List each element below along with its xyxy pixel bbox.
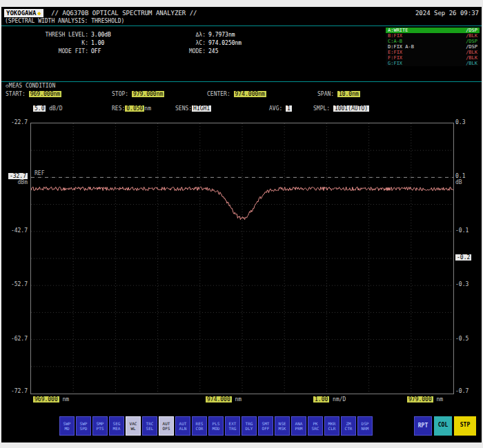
y-axis-right-label: -0.3 xyxy=(455,281,482,287)
toolbar-button-line1: ZM xyxy=(342,421,355,426)
toolbar-button-zm-ctr[interactable]: ZMCTR xyxy=(341,416,356,436)
toolbar-button-swp-md[interactable]: SWPMD xyxy=(59,416,75,436)
x-center-value[interactable]: 974.000 xyxy=(206,396,232,403)
y-right-marker[interactable]: -0.2 xyxy=(455,254,482,261)
toolbar-button-line2: PRM xyxy=(292,426,306,431)
x-start-field: 969.000 nm xyxy=(33,396,69,403)
meas-condition-row: START: 969.000nm STOP: 979.000nm CENTER:… xyxy=(1,90,482,99)
y-axis-left-label: -72.7 xyxy=(1,388,28,394)
trace-name: B:FIX xyxy=(388,33,402,39)
toolbar-button-ana-prm[interactable]: ANAPRM xyxy=(291,416,306,436)
toolbar-button-seg-mea[interactable]: SEGMEA xyxy=(109,416,124,436)
toolbar-button-line1: PK xyxy=(308,421,322,426)
toolbar-button-dsp-nrm[interactable]: DSPNRM xyxy=(357,416,373,436)
thresh-level-label: THRESH LEVEL: xyxy=(22,32,91,39)
y-axis-left-label: -62.7 xyxy=(1,336,28,342)
trace-row-b[interactable]: B:FIX/BLK xyxy=(386,33,480,39)
spectrum-plot[interactable]: REF xyxy=(30,123,454,394)
x-start-value[interactable]: 969.000 xyxy=(33,396,59,403)
toolbar-button-line1: MKR xyxy=(325,421,339,426)
divider-meas xyxy=(1,81,482,82)
res-value[interactable]: 0.050 xyxy=(125,105,144,112)
center-value[interactable]: 974.000nm xyxy=(234,91,266,97)
toolbar-button-line2: MSK xyxy=(275,426,289,431)
stop-field: STOP: 979.000nm xyxy=(112,90,164,98)
thresh-level-value[interactable]: 3.00dB xyxy=(91,32,172,39)
toolbar-button-aut-ofs[interactable]: AUTOFS xyxy=(159,416,174,436)
trace-row-g[interactable]: G:FIX/BLK xyxy=(386,61,480,66)
toolbar-button-line2: OFF xyxy=(259,426,273,431)
mode-value: 245 xyxy=(208,48,312,55)
trace-status: /DSP xyxy=(466,28,477,33)
toolbar-button-line1: SWP xyxy=(60,421,74,426)
toolbar-button-pls-mod[interactable]: PLSMOD xyxy=(208,416,224,436)
trace-name: F:FIX xyxy=(388,55,402,61)
trace-status: /BLK xyxy=(466,50,477,55)
y-axis-left-label: -52.7 xyxy=(1,281,28,287)
start-value[interactable]: 969.000nm xyxy=(29,91,61,97)
x-center-unit: nm xyxy=(235,396,242,403)
toolbar-button-line1: ANA xyxy=(292,421,306,426)
avg-field: AVG: 1 xyxy=(269,105,292,112)
col-button[interactable]: COL xyxy=(434,416,452,436)
trace-name: E:FIX xyxy=(388,50,402,55)
x-scale-unit: nm/D xyxy=(333,396,346,403)
x-center-field: 974.000 nm xyxy=(206,396,241,403)
toolbar-button-vac-wl[interactable]: VACWL xyxy=(126,416,141,436)
toolbar-button-smt-off[interactable]: SMTOFF xyxy=(258,416,273,436)
toolbar-button-nse-msk[interactable]: NSEMSK xyxy=(275,416,290,436)
toolbar-button-ext-trg[interactable]: EXTTRG xyxy=(225,416,240,436)
toolbar-button-trc-sel[interactable]: TRCSEL xyxy=(142,416,157,436)
start-label: START: xyxy=(6,91,26,97)
start-field: START: 969.000nm xyxy=(6,90,61,98)
stop-value[interactable]: 979.000nm xyxy=(132,91,164,97)
toolbar-button-aut-aln[interactable]: AUTALN xyxy=(175,416,190,436)
toolbar-button-mkr-clr[interactable]: MKRCLR xyxy=(324,416,339,436)
y-right-marker-value: -0.2 xyxy=(455,254,471,261)
mode-fit-value[interactable]: OFF xyxy=(91,48,172,55)
trace-row-a[interactable]: A:WRITE/DSP xyxy=(386,28,480,33)
y-axis-right-label: -0.1 xyxy=(455,227,482,234)
toolbar-button-line2: SRC xyxy=(308,426,322,431)
repeat-sweep-button[interactable]: RPT xyxy=(414,416,432,436)
header-bar: YOKOGAWA◆ // AQ6370B OPTICAL SPECTRUM AN… xyxy=(4,9,479,17)
toolbar-button-smp-pts[interactable]: SMPPTS xyxy=(92,416,108,436)
toolbar-button-line2: ALN xyxy=(176,426,190,431)
toolbar-button-pk-src[interactable]: PKSRC xyxy=(308,416,323,436)
span-value[interactable]: 10.0nm xyxy=(337,91,360,97)
osa-screen: YOKOGAWA◆ // AQ6370B OPTICAL SPECTRUM AN… xyxy=(1,7,482,442)
level-scale-field: 5.0 dB/D xyxy=(33,105,63,112)
k-value[interactable]: 1.00 xyxy=(91,40,172,47)
level-scale-value[interactable]: 5.0 xyxy=(33,105,46,112)
y-right-value: 0.1 xyxy=(455,173,465,179)
sens-value[interactable]: HIGH1 xyxy=(192,105,211,112)
y-axis-left-label: -42.7 xyxy=(1,227,28,234)
stop-label: STOP: xyxy=(112,91,128,97)
smpl-value[interactable]: 1001(AUTO) xyxy=(333,105,369,112)
toolbar-button-line1: SEG xyxy=(110,421,124,426)
toolbar-button-res-cor[interactable]: RESCOR xyxy=(192,416,207,436)
span-field: SPAN: 10.0nm xyxy=(317,90,360,98)
stop-sweep-button[interactable]: STP xyxy=(454,416,476,436)
trace-name: A:WRITE xyxy=(388,28,408,33)
x-stop-value[interactable]: 979.000 xyxy=(407,396,433,403)
x-axis-labels: 969.000 nm 974.000 nm 1.00 nm/D 979.000 … xyxy=(1,396,482,404)
toolbar-button-swp-spd[interactable]: SWPSPD xyxy=(76,416,91,436)
trace-panel: A:WRITE/DSP B:FIX/BLK C:A-B/DSP D:FIX A-… xyxy=(386,28,480,66)
x-stop-unit: nm xyxy=(437,396,444,403)
center-label: CENTER: xyxy=(207,91,230,97)
toolbar-button-trg-dly[interactable]: TRGDLY xyxy=(241,416,257,436)
trace-row-d[interactable]: D:FIX A-B/DSP xyxy=(386,44,480,50)
x-scale-value[interactable]: 1.00 xyxy=(313,396,329,403)
trace-row-e[interactable]: E:FIX/BLK xyxy=(386,50,480,55)
trace-name: D:FIX A-B xyxy=(388,44,414,50)
analysis-section-title: (SPECTRAL WIDTH ANALYSIS: THRESHOLD) xyxy=(5,18,124,24)
avg-value[interactable]: 1 xyxy=(286,105,292,112)
trace-status: /BLK xyxy=(466,55,477,61)
trace-row-c[interactable]: C:A-B/DSP xyxy=(386,39,480,44)
window-title: // AQ6370B OPTICAL SPECTRUM ANALYZER // xyxy=(51,10,197,17)
trace-row-f[interactable]: F:FIX/BLK xyxy=(386,55,480,61)
ref-level-field[interactable]: -32.7dBm xyxy=(1,173,28,185)
divider-top xyxy=(1,26,482,26)
sens-label: SENS: xyxy=(175,105,192,112)
